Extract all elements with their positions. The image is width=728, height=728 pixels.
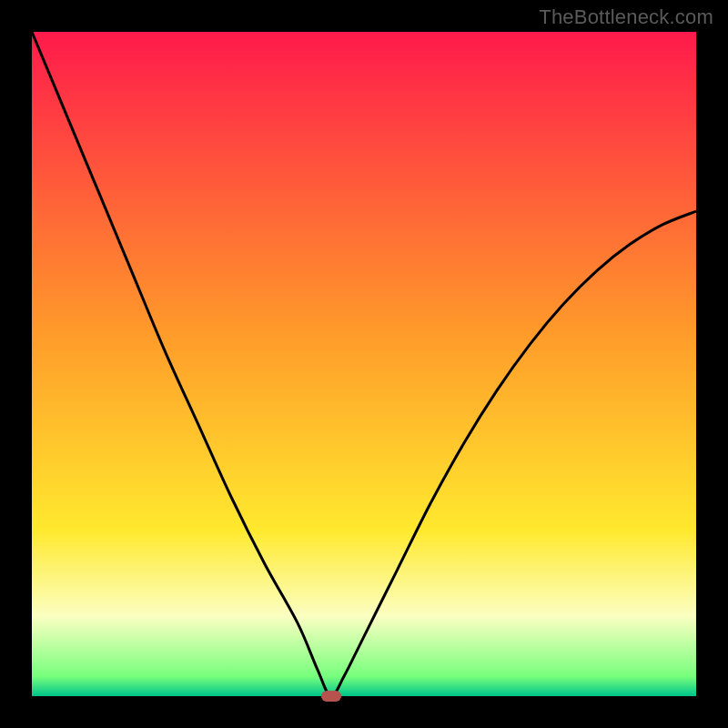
- watermark-text: TheBottleneck.com: [539, 5, 713, 29]
- optimal-point-marker: [321, 691, 341, 702]
- plot-area: [32, 32, 696, 696]
- chart-frame: TheBottleneck.com: [0, 0, 728, 728]
- bottleneck-curve: [32, 32, 696, 696]
- curve-path: [32, 32, 696, 696]
